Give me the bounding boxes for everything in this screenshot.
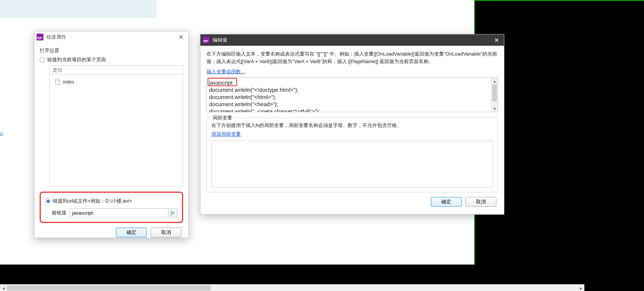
page-tree[interactable]: index — [49, 75, 183, 187]
cancel-button[interactable]: 取消 — [151, 228, 182, 237]
tree-item-label: index — [63, 79, 74, 85]
hyperlink-input[interactable] — [70, 209, 168, 217]
scroll-right-icon[interactable]: ▸ — [578, 285, 584, 291]
fx-button[interactable]: fx — [168, 209, 177, 217]
radio-project-page[interactable]: 链接到当前项目的某个页面 — [40, 56, 183, 63]
page-search-box[interactable] — [49, 65, 183, 74]
close-icon[interactable]: ✕ — [491, 36, 502, 44]
cancel-button[interactable]: 取消 — [465, 197, 496, 207]
selection-handle[interactable] — [0, 133, 3, 136]
insert-var-link[interactable]: 插入变量或函数... — [206, 68, 245, 75]
radio-url-file[interactable]: 链接到url或文件<例如：D:\小楼.avi> — [45, 198, 177, 204]
link-properties-dialog: RP 链接属性 ✕ 打开位置 链接到当前项目的某个页面 index 链接到url… — [34, 31, 189, 238]
link-dialog-titlebar[interactable]: RP 链接属性 ✕ — [34, 31, 188, 43]
edit-help-text: 在下方编辑区输入文本，变量名称或表达式要写在 "[[""]]" 中。例如：插入变… — [206, 50, 498, 65]
local-vars-list[interactable] — [211, 141, 493, 187]
scroll-up-icon[interactable]: ▴ — [491, 78, 498, 84]
local-vars-fieldset: 局部变量 在下方创建用于插入fx的局部变量，局部变量名称必须是字母、数字，不允许… — [206, 118, 498, 192]
edit-dialog-title: 编辑值 — [213, 37, 491, 43]
scroll-thumb[interactable] — [492, 85, 497, 101]
open-location-label: 打开位置 — [40, 47, 183, 54]
tree-item-index[interactable]: index — [53, 77, 180, 86]
link-dialog-title: 链接属性 — [46, 34, 176, 40]
edit-dialog-titlebar[interactable]: RP 编辑值 ✕ — [200, 34, 504, 46]
edit-value-dialog: RP 编辑值 ✕ 在下方编辑区输入文本，变量名称或表达式要写在 "[[""]]"… — [200, 34, 504, 215]
scroll-down-icon[interactable]: ▾ — [491, 105, 498, 112]
radio-icon — [40, 57, 45, 62]
close-icon[interactable]: ✕ — [176, 33, 186, 41]
local-vars-legend: 局部变量 — [211, 115, 234, 121]
editor-scrollbar[interactable]: ▴ ▾ — [491, 78, 498, 112]
scroll-thumb[interactable] — [7, 285, 211, 291]
ok-button[interactable]: 确定 — [116, 228, 147, 237]
scroll-left-icon[interactable]: ◂ — [0, 285, 7, 291]
guide-line — [475, 0, 644, 1]
add-local-var-link[interactable]: 添加局部变量 — [211, 131, 241, 138]
page-search-input[interactable] — [52, 67, 180, 73]
hyperlink-label: 超链接 — [45, 209, 66, 216]
ok-button[interactable]: 确定 — [431, 197, 462, 207]
expression-textarea[interactable]: javascript: document.writeln("<!doctype … — [207, 78, 491, 112]
radio-url-file-label: 链接到url或文件<例如：D:\小楼.avi> — [53, 198, 132, 204]
hyperlink-input-wrap: fx — [69, 208, 177, 217]
locals-help-text: 在下方创建用于插入fx的局部变量，局部变量名称必须是字母、数字，不允许包含空格。 — [211, 122, 493, 129]
radio-project-page-label: 链接到当前项目的某个页面 — [47, 56, 106, 63]
page-icon — [55, 79, 60, 85]
rp-app-icon: RP — [203, 37, 210, 43]
horizontal-scrollbar[interactable]: ◂ ▸ — [0, 284, 584, 291]
url-section-highlight: 链接到url或文件<例如：D:\小楼.avi> 超链接 fx — [40, 192, 183, 223]
rp-app-icon: RP — [37, 34, 43, 40]
radio-icon — [45, 198, 51, 204]
expression-editor[interactable]: javascript: document.writeln("<!doctype … — [206, 77, 498, 112]
